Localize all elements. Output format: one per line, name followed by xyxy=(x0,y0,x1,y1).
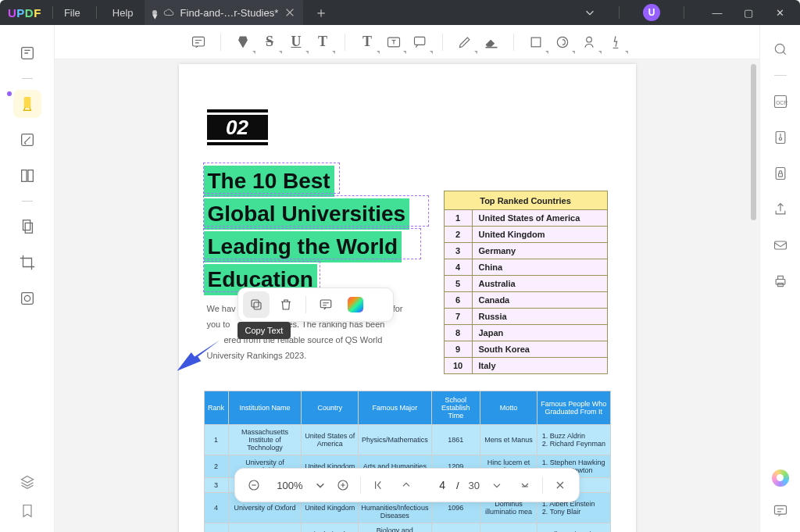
copy-button[interactable] xyxy=(243,291,270,318)
comment-tool[interactable] xyxy=(188,31,209,53)
close-window-button[interactable]: ✕ xyxy=(770,7,789,19)
new-tab-button[interactable]: ＋ xyxy=(314,3,328,22)
page-number-badge: 02 xyxy=(207,109,268,145)
svg-rect-30 xyxy=(777,276,783,279)
zoom-out-button[interactable] xyxy=(243,474,265,496)
underline-tool[interactable]: U xyxy=(285,31,307,53)
menu-file[interactable]: File xyxy=(64,7,80,19)
right-sidebar: OCR xyxy=(759,25,800,532)
text-tool[interactable]: T xyxy=(356,31,378,53)
search-button[interactable] xyxy=(770,39,791,59)
svg-point-8 xyxy=(24,295,30,301)
svg-rect-4 xyxy=(27,170,32,182)
table-header: Rank xyxy=(204,391,228,425)
table-row: 1Massachusetts Institute of TechnologyUn… xyxy=(204,425,610,455)
first-page-button[interactable] xyxy=(367,474,389,496)
document-canvas[interactable]: 02 The 10 Best Global Universities Leadi… xyxy=(55,59,759,532)
table-header: Country xyxy=(302,391,359,425)
svg-point-14 xyxy=(557,37,567,47)
table-row: 5Australia xyxy=(444,276,607,292)
annotation-toolbar: S U T T xyxy=(55,25,759,59)
tooltip: Copy Text xyxy=(238,322,291,339)
page-sep: / xyxy=(456,480,459,491)
vertical-scrollbar[interactable] xyxy=(751,64,756,524)
close-icon[interactable] xyxy=(284,7,295,18)
reader-tool[interactable] xyxy=(13,39,41,67)
close-nav-button[interactable] xyxy=(549,474,571,496)
layers-button[interactable] xyxy=(20,474,35,492)
next-page-button[interactable] xyxy=(486,474,508,496)
pdf-page: 02 The 10 Best Global Universities Leadi… xyxy=(179,64,636,532)
eraser-tool[interactable] xyxy=(480,31,502,53)
svg-rect-32 xyxy=(774,505,786,514)
sticker-tool[interactable] xyxy=(578,31,600,53)
svg-point-25 xyxy=(779,137,781,140)
tab-dropdown-dot[interactable]: ▾ xyxy=(152,10,157,15)
countries-table: Top Ranked Countries 1United States of A… xyxy=(444,191,608,374)
svg-rect-29 xyxy=(776,280,785,285)
minimize-button[interactable]: — xyxy=(708,7,727,19)
table-header: Motto xyxy=(480,391,538,425)
left-sidebar xyxy=(0,25,55,532)
bookmark-button[interactable] xyxy=(20,503,35,521)
zoom-in-button[interactable] xyxy=(332,474,354,496)
comments-panel-button[interactable] xyxy=(770,501,791,521)
compress-button[interactable] xyxy=(770,127,791,148)
edittext-tool[interactable] xyxy=(13,126,41,154)
protect-button[interactable] xyxy=(770,163,791,184)
shape-tool[interactable] xyxy=(525,31,547,53)
svg-rect-13 xyxy=(531,37,541,47)
countries-title: Top Ranked Countries xyxy=(444,191,607,210)
print-button[interactable] xyxy=(770,271,791,291)
crop-tool[interactable] xyxy=(13,248,41,277)
page-navigator: 100% / 30 xyxy=(234,468,580,502)
stamp-tool[interactable] xyxy=(552,31,573,53)
table-header: Famous People WhoGraduated From It xyxy=(537,391,610,425)
chevron-down-icon[interactable] xyxy=(584,7,595,18)
last-page-button[interactable] xyxy=(514,474,536,496)
svg-rect-5 xyxy=(23,220,30,230)
callout-tool[interactable] xyxy=(409,31,431,53)
highlight-tool[interactable] xyxy=(13,90,41,118)
textbox-tool[interactable] xyxy=(383,31,405,53)
color-picker-button[interactable] xyxy=(342,291,369,318)
note-button[interactable] xyxy=(312,291,339,318)
svg-rect-6 xyxy=(25,223,32,233)
svg-rect-3 xyxy=(21,170,26,182)
svg-rect-17 xyxy=(252,300,259,307)
watermark-tool[interactable] xyxy=(13,284,41,312)
table-row: 1United States of America xyxy=(444,210,607,227)
table-row: 4China xyxy=(444,259,607,276)
color-swatch-icon xyxy=(348,297,363,312)
svg-rect-1 xyxy=(24,98,30,108)
svg-rect-18 xyxy=(320,300,331,308)
user-avatar[interactable]: U xyxy=(643,4,660,21)
pages-tool[interactable] xyxy=(13,212,41,241)
document-tab[interactable]: ▾ Find-and-…r-Studies* xyxy=(145,0,304,25)
squiggly-tool[interactable]: T xyxy=(312,31,334,53)
svg-rect-9 xyxy=(193,37,205,46)
table-header: Famous Major xyxy=(359,391,432,425)
table-row: 6Canada xyxy=(444,292,607,309)
table-row: United KingdomBiology and Biochemistry/M… xyxy=(204,523,610,533)
strikethrough-tool[interactable]: S xyxy=(259,31,280,53)
email-button[interactable] xyxy=(770,235,791,255)
delete-button[interactable] xyxy=(273,291,299,318)
menu-help[interactable]: Help xyxy=(112,7,134,19)
universities-table: RankInstitution NameCountryFamous MajorS… xyxy=(204,391,611,532)
form-tool[interactable] xyxy=(13,162,41,190)
svg-rect-27 xyxy=(778,173,782,177)
signature-tool[interactable] xyxy=(605,31,627,53)
share-button[interactable] xyxy=(770,199,791,220)
zoom-dropdown[interactable] xyxy=(315,474,326,496)
ocr-button[interactable]: OCR xyxy=(770,91,791,112)
pencil-tool[interactable] xyxy=(454,31,476,53)
page-input[interactable] xyxy=(423,478,447,492)
highlight-color-tool[interactable] xyxy=(232,31,254,53)
prev-page-button[interactable] xyxy=(395,474,417,496)
table-row: 2United Kingdom xyxy=(444,227,607,243)
ai-assistant-button[interactable] xyxy=(772,470,789,487)
maximize-button[interactable]: ▢ xyxy=(739,7,758,19)
cloud-icon xyxy=(163,7,174,18)
univ-head-row: RankInstitution NameCountryFamous MajorS… xyxy=(204,391,610,425)
